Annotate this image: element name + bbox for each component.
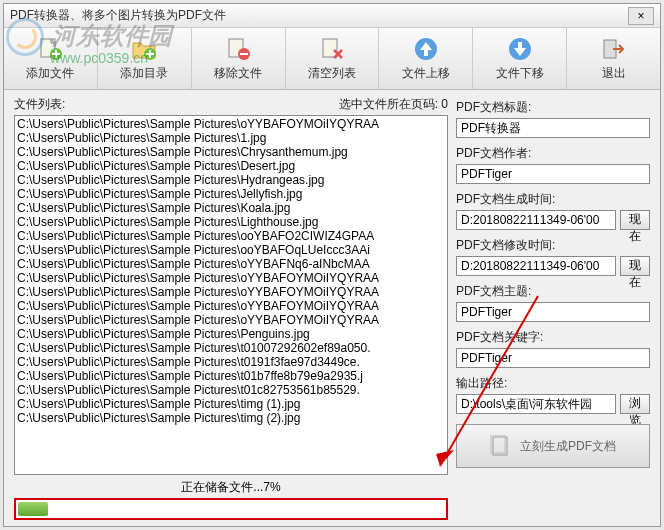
close-button[interactable]: × [628,7,654,25]
pdf-icon [490,435,512,457]
output-path-label: 输出路径: [456,375,650,392]
file-up-label: 文件上移 [402,65,450,82]
file-down-button[interactable]: 文件下移 [473,28,567,89]
clear-list-button[interactable]: 清空列表 [286,28,380,89]
exit-label: 退出 [602,65,626,82]
list-item[interactable]: C:\Users\Public\Pictures\Sample Pictures… [17,145,445,159]
browse-button[interactable]: 浏览 [620,394,650,414]
list-item[interactable]: C:\Users\Public\Pictures\Sample Pictures… [17,257,445,271]
output-path-input[interactable] [456,394,616,414]
list-item[interactable]: C:\Users\Public\Pictures\Sample Pictures… [17,355,445,369]
list-item[interactable]: C:\Users\Public\Pictures\Sample Pictures… [17,369,445,383]
remove-file-label: 移除文件 [214,65,262,82]
left-header: 文件列表: 选中文件所在页码: 0 [14,96,448,113]
remove-file-button[interactable]: 移除文件 [192,28,286,89]
pdf-keywords-label: PDF文档关键字: [456,329,650,346]
content: 文件列表: 选中文件所在页码: 0 C:\Users\Public\Pictur… [4,90,660,526]
progress-bar-container [14,498,448,520]
clear-icon [319,36,345,62]
pdf-title-input[interactable] [456,118,650,138]
arrow-down-icon [507,36,533,62]
svg-rect-5 [323,39,337,57]
pdf-keywords-input[interactable] [456,348,650,368]
list-item[interactable]: C:\Users\Public\Pictures\Sample Pictures… [17,117,445,131]
modified-now-button[interactable]: 现在 [620,256,650,276]
list-item[interactable]: C:\Users\Public\Pictures\Sample Pictures… [17,201,445,215]
main-window: PDF转换器、将多个图片转换为PDF文件 × 添加文件 添加目录 移除文件 清空… [3,3,661,527]
list-item[interactable]: C:\Users\Public\Pictures\Sample Pictures… [17,243,445,257]
page-number-wrap: 选中文件所在页码: 0 [339,96,448,113]
left-panel: 文件列表: 选中文件所在页码: 0 C:\Users\Public\Pictur… [4,90,454,526]
titlebar: PDF转换器、将多个图片转换为PDF文件 × [4,4,660,28]
pdf-created-label: PDF文档生成时间: [456,191,650,208]
right-panel: PDF文档标题: PDF文档作者: PDF文档生成时间: 现在 PDF文档修改时… [454,90,660,526]
list-item[interactable]: C:\Users\Public\Pictures\Sample Pictures… [17,173,445,187]
list-item[interactable]: C:\Users\Public\Pictures\Sample Pictures… [17,341,445,355]
list-item[interactable]: C:\Users\Public\Pictures\Sample Pictures… [17,131,445,145]
close-icon: × [637,9,644,23]
page-value: 0 [441,97,448,111]
list-item[interactable]: C:\Users\Public\Pictures\Sample Pictures… [17,229,445,243]
list-item[interactable]: C:\Users\Public\Pictures\Sample Pictures… [17,299,445,313]
list-item[interactable]: C:\Users\Public\Pictures\Sample Pictures… [17,313,445,327]
generate-pdf-button[interactable]: 立刻生成PDF文档 [456,424,650,468]
list-item[interactable]: C:\Users\Public\Pictures\Sample Pictures… [17,327,445,341]
remove-icon [225,36,251,62]
arrow-up-icon [413,36,439,62]
pdf-author-label: PDF文档作者: [456,145,650,162]
created-now-button[interactable]: 现在 [620,210,650,230]
file-list[interactable]: C:\Users\Public\Pictures\Sample Pictures… [14,115,448,475]
list-item[interactable]: C:\Users\Public\Pictures\Sample Pictures… [17,411,445,425]
list-item[interactable]: C:\Users\Public\Pictures\Sample Pictures… [17,215,445,229]
list-item[interactable]: C:\Users\Public\Pictures\Sample Pictures… [17,397,445,411]
file-list-label: 文件列表: [14,96,65,113]
pdf-modified-input[interactable] [456,256,616,276]
exit-button[interactable]: 退出 [567,28,660,89]
file-down-label: 文件下移 [496,65,544,82]
pdf-author-input[interactable] [456,164,650,184]
progress-text: 正在储备文件...7% [14,479,448,496]
list-item[interactable]: C:\Users\Public\Pictures\Sample Pictures… [17,159,445,173]
pdf-subject-label: PDF文档主题: [456,283,650,300]
add-file-icon [37,36,63,62]
toolbar: 添加文件 添加目录 移除文件 清空列表 文件上移 文件下移 退出 [4,28,660,90]
add-file-button[interactable]: 添加文件 [4,28,98,89]
list-item[interactable]: C:\Users\Public\Pictures\Sample Pictures… [17,187,445,201]
add-dir-button[interactable]: 添加目录 [98,28,192,89]
pdf-created-input[interactable] [456,210,616,230]
list-item[interactable]: C:\Users\Public\Pictures\Sample Pictures… [17,271,445,285]
add-dir-label: 添加目录 [120,65,168,82]
folder-icon [131,36,157,62]
clear-list-label: 清空列表 [308,65,356,82]
pdf-subject-input[interactable] [456,302,650,322]
pdf-modified-label: PDF文档修改时间: [456,237,650,254]
pdf-title-label: PDF文档标题: [456,99,650,116]
progress-bar-fill [18,502,48,516]
window-title: PDF转换器、将多个图片转换为PDF文件 [10,7,628,24]
add-file-label: 添加文件 [26,65,74,82]
generate-label: 立刻生成PDF文档 [520,438,616,455]
page-label: 选中文件所在页码: [339,97,438,111]
list-item[interactable]: C:\Users\Public\Pictures\Sample Pictures… [17,285,445,299]
exit-icon [601,36,627,62]
file-up-button[interactable]: 文件上移 [379,28,473,89]
list-item[interactable]: C:\Users\Public\Pictures\Sample Pictures… [17,383,445,397]
